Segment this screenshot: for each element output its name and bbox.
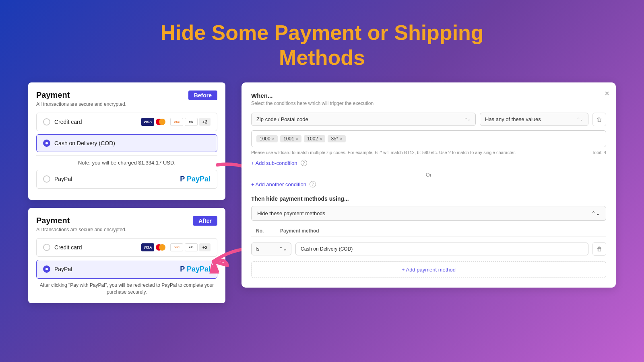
before-badge: Before <box>188 90 217 100</box>
before-cod-radio[interactable] <box>43 140 50 147</box>
payment-method-row: Is ⌃⌄ Cash on Delivery (COD) 🗑 <box>251 240 606 258</box>
tag-1001: 1001 × <box>280 135 301 142</box>
after-credit-radio[interactable] <box>43 244 50 251</box>
field-select[interactable]: Zip code / Postal code ⌃⌄ <box>251 113 476 126</box>
before-cod-option[interactable]: Cash on Delivery (COD) <box>36 134 217 152</box>
title-line1: Hide Some Payment or Shipping <box>160 21 483 44</box>
after-paypal-radio[interactable] <box>43 265 50 273</box>
before-paypal-label: PayPal <box>54 176 72 182</box>
before-credit-radio[interactable] <box>43 118 50 125</box>
tag-1000: 1000 × <box>256 135 278 142</box>
then-label: Then hide payment methods using... <box>251 195 606 202</box>
after-subtitle: All transactions are secure and encrypte… <box>36 227 217 232</box>
after-credit-label: Credit card <box>54 244 82 251</box>
is-operator-select[interactable]: Is ⌃⌄ <box>251 243 291 255</box>
after-credit-card-option[interactable]: Credit card VISA DISC elc +2 <box>36 238 217 257</box>
before-paypal-logo: P PayPal <box>180 175 211 183</box>
sub-condition-help-icon[interactable]: ? <box>301 160 307 166</box>
field-chevron-icon: ⌃⌄ <box>464 117 471 121</box>
another-condition-row: + Add another condition ? <box>251 181 606 187</box>
discover-icon: DISC <box>170 118 183 126</box>
total-label: Total: 4 <box>592 150 606 156</box>
col-no-header: No. <box>256 228 280 234</box>
before-credit-card-option[interactable]: Credit card VISA DISC elc +2 <box>36 113 217 131</box>
is-operator-value: Is <box>256 246 259 252</box>
before-cod-label: Cash on Delivery (COD) <box>54 140 115 146</box>
operator-select-value: Has any of these values <box>485 116 541 122</box>
payment-table-header: No. Payment method <box>251 226 606 237</box>
after-paypal-note: After clicking "Pay with PayPal", you wi… <box>36 282 217 296</box>
add-payment-label: + Add payment method <box>402 267 456 273</box>
after-elc-icon: elc <box>185 243 198 251</box>
hide-method-select[interactable]: Hide these payment methods ⌃⌄ <box>251 206 606 221</box>
after-payment-card: Payment All transactions are secure and … <box>28 208 225 304</box>
visa-icon: VISA <box>141 118 154 126</box>
panel-header: When... Select the conditions here which… <box>251 92 606 106</box>
condition-row: Zip code / Postal code ⌃⌄ Has any of the… <box>251 113 606 126</box>
or-divider: Or <box>251 172 606 178</box>
add-another-condition-label: + Add another condition <box>251 181 306 187</box>
hide-chevron-icon: ⌃⌄ <box>591 210 600 216</box>
condition-editor-panel: When... Select the conditions here which… <box>242 82 616 288</box>
before-paypal-option[interactable]: PayPal P PayPal <box>36 170 217 189</box>
tag-35star-remove[interactable]: × <box>340 136 342 141</box>
before-credit-icons: VISA DISC elc +2 <box>141 118 211 126</box>
before-cod-note: Note: you will be charged $1,334.17 USD. <box>36 155 217 170</box>
delete-payment-button[interactable]: 🗑 <box>592 242 606 256</box>
tag-1002-remove[interactable]: × <box>320 136 322 141</box>
add-another-condition-button[interactable]: + Add another condition <box>251 181 306 187</box>
page-title: Hide Some Payment or Shipping Methods <box>0 0 644 82</box>
add-sub-condition-button[interactable]: + Add sub-condition <box>251 160 297 166</box>
tag-35star: 35* × <box>328 135 345 142</box>
before-payment-card: Payment All transactions are secure and … <box>28 82 225 200</box>
mastercard-icon <box>156 118 169 126</box>
tags-input-area[interactable]: 1000 × 1001 × 1002 × 35* × <box>251 130 606 147</box>
after-badge: After <box>193 216 217 226</box>
hide-method-value: Hide these payment methods <box>257 210 325 216</box>
before-subtitle: All transactions are secure and encrypte… <box>36 101 217 107</box>
hint-text: Total: 4 Please use wildcard to match mu… <box>251 150 606 156</box>
sub-condition-row: + Add sub-condition ? <box>251 160 606 166</box>
is-chevron-icon: ⌃⌄ <box>279 246 287 252</box>
add-sub-condition-label: + Add sub-condition <box>251 160 297 166</box>
before-paypal-radio[interactable] <box>43 175 50 183</box>
panel-subtitle: Select the conditions here which will tr… <box>251 101 606 106</box>
payment-method-input[interactable]: Cash on Delivery (COD) <box>295 243 588 255</box>
after-heading: Payment <box>36 216 217 225</box>
after-paypal-option[interactable]: PayPal P PayPal <box>36 260 217 279</box>
add-payment-button[interactable]: + Add payment method <box>251 261 606 278</box>
plus-count-icon: +2 <box>199 118 211 126</box>
field-select-value: Zip code / Postal code <box>256 116 308 122</box>
when-label: When... <box>251 92 606 99</box>
elc-icon: elc <box>185 118 198 126</box>
tag-1000-remove[interactable]: × <box>272 136 275 141</box>
operator-chevron-icon: ⌃⌄ <box>577 117 583 121</box>
col-method-header: Payment method <box>280 228 601 234</box>
tag-1002: 1002 × <box>304 135 325 142</box>
left-panels: Payment All transactions are secure and … <box>28 82 225 304</box>
tag-1001-remove[interactable]: × <box>296 136 298 141</box>
operator-select[interactable]: Has any of these values ⌃⌄ <box>480 113 588 126</box>
another-condition-help-icon[interactable]: ? <box>310 181 316 187</box>
close-button[interactable]: × <box>605 89 609 98</box>
delete-condition-button[interactable]: 🗑 <box>592 113 606 126</box>
before-credit-label: Credit card <box>54 119 82 125</box>
after-paypal-label: PayPal <box>54 266 72 272</box>
after-discover-icon: DISC <box>170 243 183 251</box>
after-visa-icon: VISA <box>141 243 154 251</box>
after-mastercard-icon <box>156 243 169 251</box>
after-credit-icons: VISA DISC elc +2 <box>141 243 211 251</box>
title-line2: Methods <box>279 46 365 69</box>
